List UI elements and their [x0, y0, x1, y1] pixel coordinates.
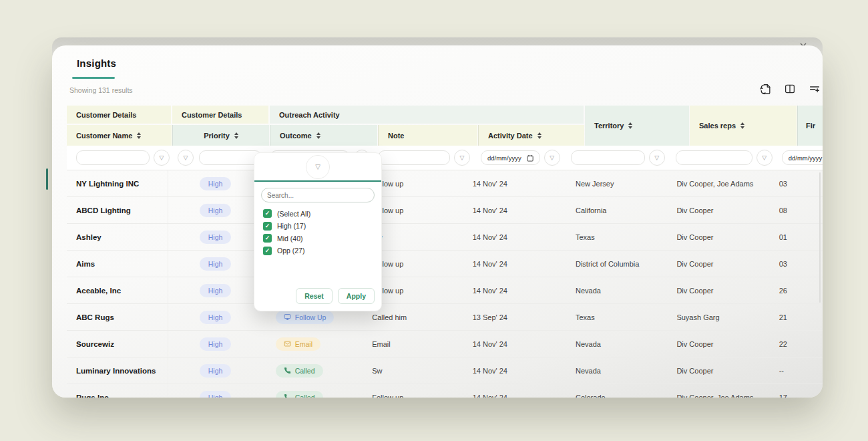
cell-note: Follow up [367, 394, 463, 398]
column-header-territory[interactable]: Territory [585, 106, 689, 146]
funnel-icon[interactable]: ▽ [756, 150, 773, 166]
cell-customer-name: ABC Rugs [67, 304, 168, 330]
funnel-icon[interactable]: ▽ [178, 150, 194, 166]
filter-customer-name: ▽ [67, 146, 172, 170]
funnel-icon[interactable]: ▽ [306, 155, 330, 179]
fir-date-filter-input[interactable]: dd/mm/yyyy [782, 150, 823, 165]
phone-icon [284, 367, 291, 374]
table-row[interactable]: ABC Rugs High Follow Up Called him 13 Se… [67, 304, 823, 331]
date-filter-input[interactable]: dd/mm/yyyy [481, 150, 540, 165]
cell-priority: High [168, 337, 262, 351]
column-header-fir[interactable]: Fir [797, 106, 823, 146]
sort-icon [137, 132, 141, 139]
group-header-outreach-activity: Outreach Activity [270, 106, 584, 124]
priority-badge: High [200, 177, 232, 190]
funnel-icon[interactable]: ▽ [544, 150, 560, 166]
cell-priority: High [168, 177, 262, 190]
filter-row: ▽ ▽ ▽ ▽ dd/mm/yyyy ▽ [67, 146, 823, 170]
sort-icon [316, 132, 320, 139]
phone-icon [284, 394, 291, 398]
cell-territory: Nevada [566, 367, 667, 375]
cell-territory: New Jersey [566, 180, 667, 188]
column-header-sales-reps[interactable]: Sales reps [690, 106, 797, 146]
table-row[interactable]: ABCD Lighting High Follow up 14 Nov' 24 … [67, 197, 823, 224]
cell-sales-reps: Div Cooper, Joe Adams [667, 394, 771, 398]
checkbox-checked-icon[interactable]: ✓ [263, 234, 272, 243]
insights-table: Customer Details Customer Details Outrea… [67, 106, 823, 398]
cell-activity-date: 14 Nov' 24 [463, 367, 566, 375]
filter-option-mid[interactable]: ✓ Mid (40) [263, 234, 310, 243]
cell-sales-reps: Div Cooper [667, 367, 771, 375]
filter-activity-date: dd/mm/yyyy ▽ [473, 146, 563, 170]
filter-option-high[interactable]: ✓ High (17) [263, 222, 310, 231]
cell-outcome: Called [262, 391, 367, 398]
cell-activity-date: 14 Nov' 24 [463, 260, 566, 268]
split-columns-icon[interactable] [782, 81, 798, 97]
cell-fir: 22 [771, 340, 823, 348]
checkbox-checked-icon[interactable]: ✓ [263, 222, 272, 231]
export-document-icon[interactable] [757, 81, 773, 97]
funnel-icon[interactable]: ▽ [454, 150, 470, 166]
sales-reps-filter-input[interactable] [676, 150, 752, 165]
checkbox-checked-icon[interactable]: ✓ [263, 209, 272, 218]
filter-sales-reps: ▽ [668, 146, 775, 170]
cell-priority: High [168, 231, 262, 244]
table-row[interactable]: NY Lightning INC High Follow up 14 Nov' … [67, 170, 823, 197]
table-body: NY Lightning INC High Follow up 14 Nov' … [67, 170, 823, 398]
cell-customer-name: Ashley [67, 224, 168, 250]
cell-fir: 01 [771, 233, 823, 241]
filter-territory: ▽ [563, 146, 668, 170]
filter-note: ▽ [373, 146, 473, 170]
filter-options: ✓ (Select All) ✓ High (17) ✓ Mid (40) ✓ … [263, 209, 310, 255]
cell-sales-reps: Suyash Garg [667, 313, 771, 321]
funnel-icon[interactable]: ▽ [154, 150, 170, 166]
note-filter-input[interactable] [378, 150, 450, 165]
cell-activity-date: 14 Nov' 24 [463, 206, 566, 214]
priority-badge: High [200, 311, 232, 324]
table-row[interactable]: Ashley High Sw 14 Nov' 24 Texas Div Coop… [67, 224, 823, 251]
reset-button[interactable]: Reset [296, 288, 333, 304]
cell-territory: California [566, 206, 667, 214]
sort-icon [234, 132, 238, 139]
table-header: Customer Details Customer Details Outrea… [67, 106, 823, 146]
cell-activity-date: 14 Nov' 24 [463, 180, 566, 188]
column-header-activity-date[interactable]: Activity Date [478, 125, 584, 146]
cell-sales-reps: Div Cooper [667, 340, 771, 348]
cell-customer-name: NY Lightning INC [67, 170, 168, 196]
outcome-badge: Called [276, 391, 323, 398]
customer-name-filter-input[interactable] [76, 150, 150, 165]
column-header-outcome[interactable]: Outcome [270, 125, 377, 146]
table-row[interactable]: Sourcewiz High Email Email 14 Nov' 24 Ne… [67, 331, 823, 357]
add-to-list-icon[interactable] [807, 81, 823, 97]
insights-panel: Insights Showing 131 results Customer De… [52, 45, 823, 398]
cell-note: Called him [367, 313, 463, 321]
cell-sales-reps: Div Cooper, Joe Adams [667, 180, 771, 188]
column-header-priority[interactable]: Priority [172, 125, 269, 146]
popup-search-input[interactable] [261, 188, 375, 202]
column-header-note[interactable]: Note [378, 125, 477, 146]
checkbox-checked-icon[interactable]: ✓ [263, 247, 272, 255]
table-row[interactable]: Aims High Follow up 14 Nov' 24 District … [67, 251, 823, 277]
priority-badge: High [200, 364, 232, 378]
popup-actions: Reset Apply [296, 288, 375, 304]
funnel-icon[interactable]: ▽ [649, 150, 665, 166]
territory-filter-input[interactable] [571, 150, 645, 165]
table-row[interactable]: Luminary Innovations High Called Sw 14 N… [67, 357, 823, 384]
popup-divider [254, 180, 381, 182]
tab-active-underline [72, 77, 115, 79]
priority-badge: High [200, 231, 232, 244]
sort-icon [628, 122, 632, 129]
priority-filter-input[interactable] [199, 150, 262, 165]
cell-note: Email [367, 340, 463, 348]
scrollbar[interactable] [819, 172, 821, 303]
filter-option-opp[interactable]: ✓ Opp (27) [263, 247, 310, 255]
filter-option-select-all[interactable]: ✓ (Select All) [263, 209, 310, 218]
cell-outcome: Follow Up [262, 311, 367, 324]
page-title: Insights [77, 57, 116, 69]
column-header-customer-name[interactable]: Customer Name [67, 125, 172, 146]
cell-territory: Texas [566, 233, 667, 241]
apply-button[interactable]: Apply [338, 288, 375, 304]
outcome-filter-popup: ▽ ✓ (Select All) ✓ High (17) ✓ Mid (40) … [254, 152, 382, 311]
table-row[interactable]: Rugs Inc High Called Follow up 14 Nov' 2… [67, 384, 823, 398]
table-row[interactable]: Aceable, Inc High Follow up 14 Nov' 24 N… [67, 277, 823, 304]
